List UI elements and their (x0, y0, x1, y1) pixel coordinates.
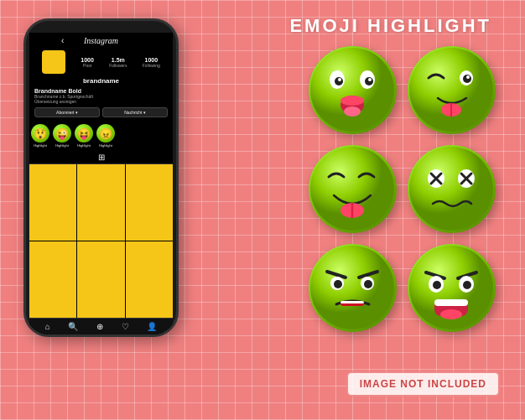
highlight-label-1: Highlight (34, 143, 47, 148)
svg-point-8 (340, 96, 364, 106)
stat-followers-label: Followers (109, 63, 127, 68)
add-icon[interactable]: ⊕ (96, 322, 103, 331)
image-not-included-badge: IMAGE NOT INCLUDED (346, 371, 500, 397)
emoji-winking-tongue (408, 46, 496, 134)
highlight-1[interactable]: 😲 Highlight (31, 124, 49, 148)
photo-cell-2 (77, 164, 124, 241)
svg-point-10 (409, 48, 493, 132)
highlight-4[interactable]: 😠 Highlight (96, 124, 115, 148)
emoji-squinting-tongue (309, 145, 397, 233)
stat-posts: 1000 Post (81, 57, 94, 68)
home-icon[interactable]: ⌂ (45, 322, 50, 331)
highlight-circle-2: 😜 (53, 124, 71, 143)
emoji-squinting-tongue-svg (309, 145, 397, 233)
grid-view-button[interactable]: ⊞ (29, 151, 173, 164)
profile-stats-row: 1000 Post 1.5m Followers 1000 Following (34, 50, 168, 74)
profile-avatar (42, 50, 65, 74)
stat-posts-label: Post (81, 63, 94, 68)
svg-point-26 (310, 246, 394, 329)
photo-grid (29, 164, 173, 318)
emoji-shocked-svg (309, 46, 397, 134)
photo-cell-6 (126, 241, 173, 318)
svg-point-31 (334, 280, 342, 288)
phone-screen: ‹ Instagram 1000 Post 1.5m Followers 100… (29, 33, 173, 334)
translate-button[interactable]: Übersetzung anzeigen (34, 99, 168, 104)
message-button[interactable]: Nachricht ▾ (102, 107, 168, 117)
emoji-dizzy-svg (408, 145, 496, 233)
emoji-shocked (309, 46, 397, 134)
grid-icon: ⊞ (98, 153, 105, 162)
svg-rect-34 (340, 301, 364, 303)
svg-point-13 (466, 75, 470, 79)
photo-cell-1 (29, 164, 76, 241)
emoji-angry-svg (309, 244, 397, 332)
svg-point-40 (433, 281, 441, 289)
emoji-shocked-open (408, 244, 496, 332)
highlight-label-3: Highlight (77, 143, 91, 148)
highlight-circle-1: 😲 (31, 124, 49, 143)
phone-mockup: ‹ Instagram 1000 Post 1.5m Followers 100… (23, 18, 179, 337)
profile-section: 1000 Post 1.5m Followers 1000 Following … (29, 47, 173, 124)
emoji-angry (309, 244, 397, 332)
back-arrow-icon: ‹ (61, 36, 64, 45)
emoji-dizzy (408, 145, 496, 233)
stat-following-label: Following (143, 63, 160, 68)
stat-following: 1000 Following (143, 57, 160, 68)
highlights-row: 😲 Highlight 😜 Highlight 😝 Highlight 😠 (29, 124, 173, 148)
profile-username: brandname (34, 77, 168, 85)
svg-point-32 (364, 280, 372, 288)
svg-point-19 (409, 147, 493, 231)
svg-point-41 (463, 281, 471, 289)
phone-notch (76, 24, 127, 33)
svg-rect-43 (434, 299, 468, 306)
emoji-grid (309, 46, 500, 336)
instagram-header: ‹ Instagram (29, 33, 173, 47)
emoji-winking-tongue-svg (408, 46, 496, 134)
svg-point-5 (338, 78, 341, 81)
page-title: EMOJI HIGHLIGHT (289, 15, 491, 37)
stat-following-number: 1000 (143, 57, 160, 63)
photo-cell-5 (77, 241, 124, 318)
highlight-emoji-4: 😠 (96, 124, 115, 143)
stat-posts-number: 1000 (81, 57, 94, 63)
svg-point-0 (310, 48, 394, 132)
subscribe-button[interactable]: Abonniert ▾ (34, 107, 100, 117)
highlight-label-4: Highlight (99, 143, 112, 148)
action-buttons-row: Abonniert ▾ Nachricht ▾ (34, 107, 168, 117)
stat-followers: 1.5m Followers (109, 57, 127, 68)
highlight-emoji-2: 😜 (53, 124, 71, 143)
phone-bottom-bar: ⌂ 🔍 ⊕ ♡ 👤 (29, 318, 173, 334)
instagram-logo: Instagram (84, 36, 118, 45)
photo-cell-4 (29, 241, 76, 318)
svg-point-9 (344, 106, 361, 117)
profile-brand-name: Brandname Bold (34, 88, 168, 94)
highlight-emoji-1: 😲 (31, 124, 49, 143)
highlight-label-2: Highlight (55, 143, 69, 148)
profile-icon[interactable]: 👤 (147, 322, 157, 331)
emoji-shocked-open-svg (408, 244, 496, 332)
highlight-circle-4: 😠 (96, 124, 115, 143)
svg-point-44 (440, 309, 462, 319)
photo-cell-3 (126, 164, 173, 241)
highlight-3[interactable]: 😝 Highlight (75, 124, 93, 148)
highlight-circle-3: 😝 (75, 124, 93, 143)
svg-point-6 (368, 78, 372, 81)
stat-followers-number: 1.5m (109, 57, 127, 63)
highlight-emoji-3: 😝 (75, 124, 93, 143)
heart-icon[interactable]: ♡ (122, 322, 129, 331)
highlight-2[interactable]: 😜 Highlight (53, 124, 71, 148)
search-icon[interactable]: 🔍 (68, 322, 78, 331)
